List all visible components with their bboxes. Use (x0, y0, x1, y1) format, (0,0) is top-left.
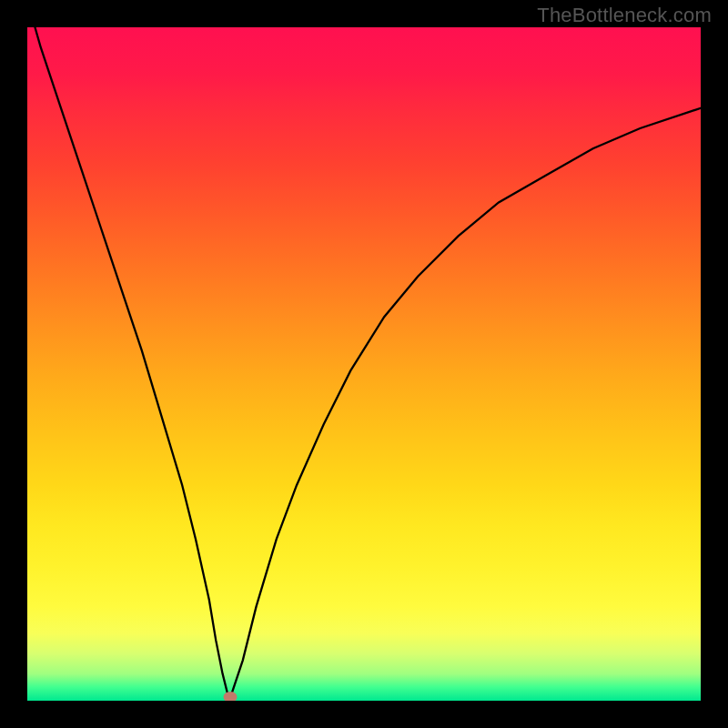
optimal-point-marker (224, 692, 238, 701)
watermark-text: TheBottleneck.com (537, 4, 712, 27)
bottleneck-curve (27, 27, 701, 701)
chart-plot-area (27, 27, 701, 701)
